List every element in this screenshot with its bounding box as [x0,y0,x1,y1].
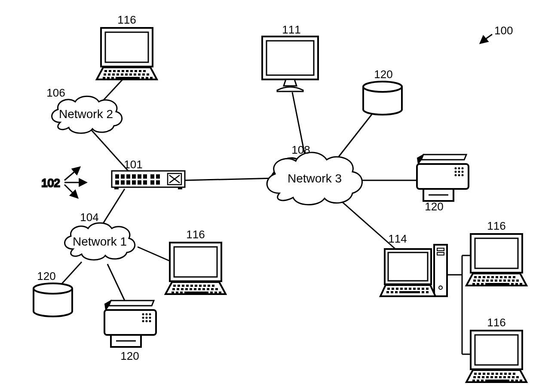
svg-line-88 [103,189,125,223]
arrows-ref: 102 [41,176,60,189]
network-1-ref: 104 [80,211,98,224]
desktop-right-a-ref: 116 [487,219,505,232]
network-2-ref: 106 [46,86,65,99]
desktop-right-b: 116 [466,316,527,382]
svg-line-89 [185,178,275,180]
network-3-cloud-large: Network 3 108 [267,143,362,205]
printer-net1-ref: 120 [120,349,139,362]
svg-line-92 [60,262,82,286]
server-pc: 114 [380,232,447,296]
desktop-right-a: 116 [466,219,527,286]
network-switch: 101 [112,158,185,189]
monitor-top: 111 [262,23,318,91]
network-diagram: Network 2 106 Network 1 104 Network 3 10… [0,0,533,392]
database-net3: 120 [363,68,402,115]
svg-line-93 [107,264,125,301]
network-3-label: Network 3 [288,172,342,185]
printer-net3-ref: 120 [425,200,443,213]
network-1-cloud: Network 1 104 [65,211,135,260]
desktop-top-left: 116 [97,13,157,79]
network-2-label: Network 2 [59,107,113,121]
monitor-top-ref: 111 [282,23,300,36]
network-1-label: Network 1 [73,235,127,248]
switch-ref: 101 [124,158,142,171]
figure-ref-label: 100 [494,24,513,37]
svg-line-95 [335,112,374,161]
direction-arrows: 102 [41,167,86,198]
svg-line-87 [90,129,129,172]
network-3-ref: 108 [291,143,310,156]
database-net1: 120 [34,270,72,316]
database-net3-ref: 120 [374,68,392,81]
desktop-net1: 116 [165,228,226,294]
svg-line-97 [340,200,395,249]
server-pc-ref: 114 [388,232,407,245]
svg-line-104 [64,185,77,198]
figure-ref: 100 [481,24,513,43]
printer-net1: 120 [104,301,156,362]
svg-line-91 [138,247,172,262]
svg-line-102 [64,167,80,180]
desktop-net1-ref: 116 [186,228,205,241]
desktop-right-b-ref: 116 [487,316,505,329]
printer-net3: 120 [417,155,469,213]
database-net1-ref: 120 [37,270,55,283]
desktop-top-left-ref: 116 [117,13,136,26]
network-2-cloud: Network 2 106 [46,86,122,133]
